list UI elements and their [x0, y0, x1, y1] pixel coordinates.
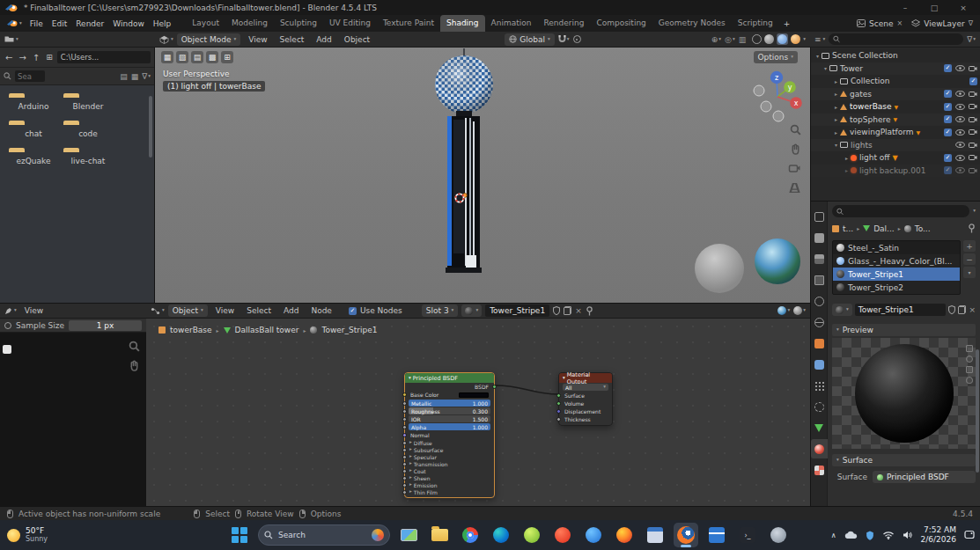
outliner-item-label[interactable]: Tower	[840, 64, 863, 73]
checkbox-icon[interactable]: ✓	[944, 128, 952, 136]
outliner-row[interactable]: ▸topSphere▼✓	[811, 114, 980, 127]
blender-taskbar-icon[interactable]	[674, 523, 698, 547]
security-shield-icon[interactable]	[866, 531, 874, 540]
axis-gizmo[interactable]: z y x	[747, 65, 808, 127]
outliner-item-label[interactable]: light off	[859, 153, 890, 162]
camera-view-icon[interactable]	[788, 163, 801, 173]
zoom-gizmo-icon[interactable]	[789, 123, 802, 136]
copy-material-icon[interactable]	[564, 306, 571, 315]
tab-modifiers[interactable]	[811, 355, 828, 374]
browse-material-button[interactable]: ▾	[461, 304, 482, 317]
expand-arrow[interactable]: ▸	[832, 104, 840, 110]
scene-name[interactable]: Scene	[869, 19, 893, 28]
remove-slot-button[interactable]: −	[963, 253, 976, 265]
surface-section-header[interactable]: ▾Surface	[832, 454, 976, 466]
camera-icon[interactable]	[969, 65, 977, 72]
bsdf-section[interactable]: ▸Emission	[405, 481, 494, 488]
active-tool-icon[interactable]: ▦	[161, 51, 173, 63]
file-browser[interactable]: ← → ↑ ⊞ ▤ ▦ ∇▾ Arduino Blender chat code…	[0, 48, 155, 303]
expand-arrow[interactable]: ▸	[832, 116, 840, 122]
outliner-row[interactable]: ▸gates✓	[811, 88, 980, 101]
material-output-node[interactable]: ▾Material Output All▾ Surface Volume Dis…	[558, 372, 613, 426]
folder-item[interactable]: chat	[9, 125, 58, 138]
breadcrumb-object[interactable]: towerBase	[170, 326, 212, 334]
display-settings-icon[interactable]: ⊞	[44, 53, 55, 62]
tab-view-layer[interactable]	[811, 270, 828, 290]
eye-icon[interactable]	[955, 65, 965, 71]
tab-material[interactable]	[811, 439, 828, 458]
view-layer-selector[interactable]: ViewLayer ∇	[911, 19, 973, 28]
slot-dropdown[interactable]: Slot 3▾	[422, 304, 459, 317]
folder-item[interactable]: ezQuake	[9, 152, 58, 165]
eye-icon[interactable]	[955, 116, 965, 122]
material-slot-name[interactable]: Tower_Stripe2	[848, 283, 903, 292]
menu-edit[interactable]: Edit	[48, 19, 71, 28]
camera-icon[interactable]	[969, 142, 977, 149]
pan-hand-icon[interactable]	[128, 359, 141, 372]
weather-widget[interactable]: 50°F Sunny	[7, 520, 48, 550]
file-search-input[interactable]	[15, 70, 45, 82]
shading-solid-button[interactable]	[764, 34, 774, 44]
principled-bsdf-node[interactable]: ▾Principled BSDF BSDF Base Color Metalli…	[404, 372, 495, 498]
outliner-item-label[interactable]: Collection	[851, 77, 890, 85]
folder-item[interactable]: code	[63, 125, 113, 138]
add-workspace-button[interactable]: +	[779, 19, 795, 28]
zoom-gizmo-icon[interactable]	[128, 340, 141, 353]
expand-arrow[interactable]: ▾	[832, 142, 840, 148]
notification-bell-icon[interactable]	[964, 530, 975, 540]
material-slot-name[interactable]: Glass_-_Heavy_Color_(Bl...	[848, 257, 952, 266]
checkbox-icon[interactable]: ✓	[944, 103, 952, 111]
fake-user-shield-icon[interactable]	[553, 306, 560, 315]
volume-icon[interactable]	[903, 531, 913, 539]
steam-icon[interactable]	[766, 523, 791, 547]
outliner-item-label[interactable]: topSphere	[850, 115, 890, 124]
parent-dir-button[interactable]: ↑	[31, 53, 41, 62]
task-view-button[interactable]	[396, 523, 421, 547]
outliner-item-label[interactable]: lights	[851, 141, 873, 150]
preview-type-monkey-icon[interactable]	[966, 377, 973, 384]
unlink-material-icon[interactable]: ×	[969, 305, 976, 314]
camera-icon[interactable]	[969, 116, 977, 123]
outliner-filter-icon[interactable]: ∇▾	[967, 35, 976, 44]
world-preview-icon[interactable]: ▾	[777, 306, 790, 315]
normal-socket[interactable]	[402, 433, 407, 437]
properties-scrollbar[interactable]	[976, 349, 979, 473]
eye-icon[interactable]	[955, 91, 965, 97]
tool-option-icon[interactable]: ▤	[191, 51, 203, 63]
roughness-slider[interactable]: Roughness0.300	[409, 407, 490, 414]
file-browser-scrollbar[interactable]	[149, 96, 152, 158]
expand-arrow[interactable]: ▸	[843, 167, 851, 173]
bsdf-section[interactable]: ▸Thin Film	[405, 488, 494, 495]
preview-type-cube-icon[interactable]	[966, 366, 973, 373]
folder-item[interactable]: live-chat	[63, 152, 113, 165]
checkbox-icon[interactable]: ✓	[944, 64, 952, 72]
firefox-icon[interactable]	[612, 523, 637, 547]
output-target-dropdown[interactable]: All▾	[563, 384, 608, 391]
menu-help[interactable]: Help	[149, 19, 176, 28]
viewport-options-dropdown[interactable]: Options▾	[754, 51, 799, 63]
chrome-icon[interactable]	[458, 523, 483, 547]
tool-option-icon[interactable]: ▧	[176, 51, 188, 63]
tray-expand-icon[interactable]: ∧	[831, 532, 836, 539]
image-editor-icon[interactable]: ▾	[4, 307, 17, 315]
workspace-tab-uv-editing[interactable]: UV Editing	[323, 15, 377, 32]
workspace-tab-rendering[interactable]: Rendering	[537, 15, 590, 32]
outliner-item-label[interactable]: gates	[850, 90, 872, 99]
app-window-icon[interactable]	[643, 523, 667, 547]
outliner-editor-icon[interactable]: ≡▾	[814, 35, 825, 44]
thickness-input-socket[interactable]	[556, 417, 561, 422]
start-button[interactable]	[227, 523, 252, 547]
material-slot[interactable]: Steel_-_Satin	[833, 241, 960, 254]
checkbox-icon[interactable]: ✓	[944, 166, 952, 174]
tab-render[interactable]	[811, 228, 828, 247]
material-preview[interactable]	[832, 338, 976, 449]
outliner-item-label[interactable]: light backup.001	[859, 166, 925, 175]
outliner-item-label[interactable]: Scene Collection	[832, 51, 898, 60]
preview-section-header[interactable]: ▾Preview	[832, 324, 976, 336]
camera-icon[interactable]	[969, 154, 977, 161]
fake-user-shield-icon[interactable]	[948, 305, 955, 314]
tab-tool[interactable]	[811, 207, 828, 226]
surface-input-socket[interactable]	[556, 393, 561, 398]
eyedropper-icon[interactable]	[4, 322, 11, 329]
breadcrumb-object[interactable]: t...	[843, 224, 853, 233]
